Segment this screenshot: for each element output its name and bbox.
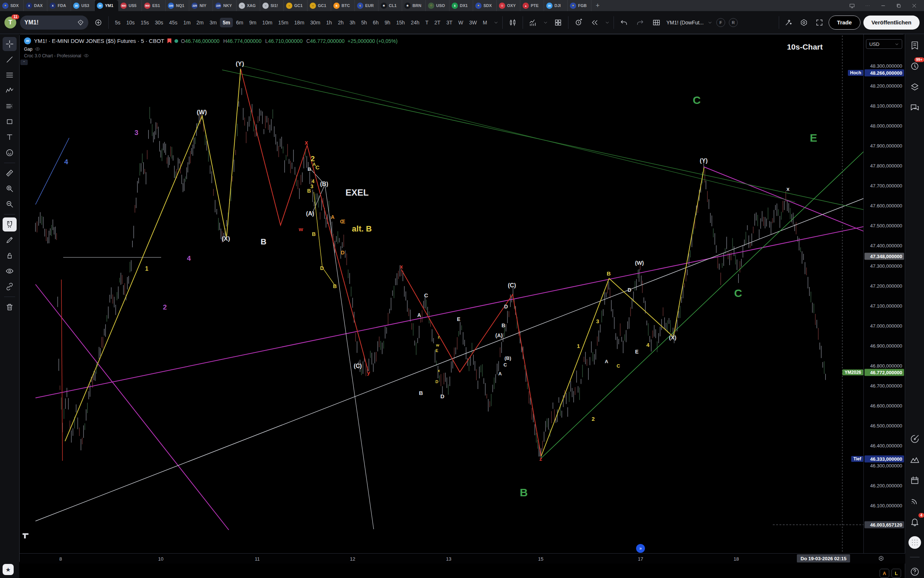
multichart-grid-icon[interactable] xyxy=(650,16,663,29)
more-menu-icon[interactable] xyxy=(861,1,874,10)
sidebar-alarm-clock[interactable]: 99+ xyxy=(908,60,921,73)
sidebar-apps[interactable] xyxy=(908,536,921,549)
tool-zoom-in[interactable] xyxy=(3,182,17,196)
symbol-tab-eur[interactable]: €EUR xyxy=(355,0,379,11)
interval-9m[interactable]: 9m xyxy=(246,18,259,28)
flag-icon[interactable] xyxy=(167,39,172,44)
interval-W[interactable]: W xyxy=(456,18,466,28)
tradingview-logo[interactable] xyxy=(23,533,29,538)
sidebar-layers[interactable] xyxy=(908,81,921,93)
undo-icon[interactable] xyxy=(618,16,630,29)
interval-6h[interactable]: 6h xyxy=(371,18,382,28)
sidebar-help[interactable] xyxy=(908,565,921,578)
restore-icon[interactable] xyxy=(892,1,905,10)
interval-2m[interactable]: 2m xyxy=(194,18,206,28)
interval-10m[interactable]: 10m xyxy=(260,18,275,28)
symbol-tab-pte[interactable]: ▲PTE xyxy=(520,0,544,11)
tool-eye[interactable] xyxy=(3,264,17,278)
symbol-tab-ym1[interactable]: 30YM1 xyxy=(95,0,118,11)
time-axis[interactable]: 810111213151718 Do 19-03-2026 02:15 xyxy=(19,553,905,563)
axis-settings-icon[interactable] xyxy=(878,555,884,562)
favorites-button[interactable]: ★ xyxy=(3,564,14,575)
sidebar-signal[interactable] xyxy=(908,495,921,507)
interval-2T[interactable]: 2T xyxy=(432,18,443,28)
tool-edit-pencil[interactable] xyxy=(3,233,17,247)
interval-3m[interactable]: 3m xyxy=(207,18,219,28)
symbol-tab-nky[interactable]: 225NKY xyxy=(213,0,236,11)
symbol-search-input[interactable]: YM1! xyxy=(20,16,88,29)
interval-5h[interactable]: 5h xyxy=(359,18,370,28)
interval-30s[interactable]: 30s xyxy=(152,18,166,28)
interval-T[interactable]: T xyxy=(423,18,431,28)
tool-magnet[interactable] xyxy=(3,218,17,232)
eye-icon[interactable] xyxy=(35,46,40,52)
tool-trash[interactable] xyxy=(3,300,17,314)
monitor-icon[interactable] xyxy=(846,1,858,10)
tool-fib-retracement[interactable] xyxy=(3,68,17,82)
interval-3W[interactable]: 3W xyxy=(466,18,479,28)
sidebar-radar[interactable] xyxy=(908,433,921,445)
currency-dropdown[interactable]: USD xyxy=(866,39,902,49)
indicator-row[interactable]: Croc 3.0 Chart - Professional xyxy=(24,53,89,58)
symbol-tab-gc1[interactable]: ≡GC1 xyxy=(284,0,307,11)
tool-crosshair[interactable] xyxy=(3,37,17,51)
interval-9h[interactable]: 9h xyxy=(382,18,393,28)
sidebar-calendar[interactable] xyxy=(908,474,921,487)
interval-24h[interactable]: 24h xyxy=(408,18,422,28)
price-axis[interactable]: USD 48.300,00000048.266,00000048.200,000… xyxy=(863,34,905,553)
settings-hexagon-icon[interactable] xyxy=(798,16,810,29)
avatar[interactable]: T 11 xyxy=(5,17,16,28)
symbol-tab-nq1[interactable]: 100NQ1 xyxy=(165,0,189,11)
symbol-tab-fda[interactable]: XFDA xyxy=(47,0,71,11)
interval-45s[interactable]: 45s xyxy=(167,18,180,28)
indicators-chevron-icon[interactable] xyxy=(543,16,548,29)
symbol-tab-brn[interactable]: ◉BRN xyxy=(402,0,426,11)
fullscreen-icon[interactable] xyxy=(813,16,826,29)
tool-prediction[interactable] xyxy=(3,99,17,113)
interval-15s[interactable]: 15s xyxy=(138,18,152,28)
chart-plot-area[interactable]: (W)34(Y)x2ACB43(B)BEXEL(A)AŒwalt. BBDB(X… xyxy=(19,34,863,553)
symbol-tab-dji[interactable]: 30DJI xyxy=(544,0,568,11)
compare-add-icon[interactable] xyxy=(92,16,105,29)
interval-15h[interactable]: 15h xyxy=(393,18,407,28)
interval-6m[interactable]: 6m xyxy=(234,18,246,28)
layout-chevron-icon[interactable] xyxy=(707,16,713,29)
interval-30m[interactable]: 30m xyxy=(307,18,323,28)
symbol-tab-sdx[interactable]: ★SDX xyxy=(473,0,497,11)
symbol-tab-cl1[interactable]: ◉CL1 xyxy=(379,0,402,11)
interval-15m[interactable]: 15m xyxy=(276,18,291,28)
bar-replay-icon[interactable] xyxy=(588,16,601,29)
interval-5m[interactable]: 5m xyxy=(220,18,233,28)
indicators-icon[interactable] xyxy=(527,16,539,29)
tool-trend-line[interactable] xyxy=(3,52,17,67)
symbol-tab-sdx[interactable]: ★SDX xyxy=(0,0,24,11)
symbol-tab-xag[interactable]: ≡XAG xyxy=(236,0,260,11)
interval-chevron-icon[interactable] xyxy=(494,16,498,29)
symbol-tab-si1![interactable]: ≡SI1! xyxy=(260,0,284,11)
tool-emoji[interactable] xyxy=(3,146,17,160)
symbol-tab-uso[interactable]: ⁘USO xyxy=(426,0,450,11)
interval-18m[interactable]: 18m xyxy=(291,18,307,28)
symbol-tab-niy[interactable]: 225NIY xyxy=(189,0,213,11)
interval-3h[interactable]: 3h xyxy=(347,18,358,28)
magic-wand-icon[interactable] xyxy=(782,16,795,29)
add-tab-button[interactable]: + xyxy=(591,0,604,11)
tool-text-tool[interactable] xyxy=(3,130,17,144)
minimize-icon[interactable] xyxy=(877,1,889,10)
symbol-tab-btc[interactable]: BBTC xyxy=(331,0,355,11)
sidebar-bell[interactable]: 4 xyxy=(908,516,921,528)
tool-lock[interactable] xyxy=(3,248,17,263)
symbol-tab-fgb[interactable]: ★FGB xyxy=(568,0,591,11)
tool-link[interactable] xyxy=(3,279,17,294)
interval-1m[interactable]: 1m xyxy=(181,18,193,28)
symbol-tab-us3[interactable]: 30US3 xyxy=(71,0,95,11)
chart-legend[interactable]: 30 YM1! · E-MINI DOW JONES ($5) Futures … xyxy=(24,37,398,44)
redo-icon[interactable] xyxy=(634,16,646,29)
fast-button-f[interactable]: F xyxy=(716,18,725,27)
tool-elliott-wave[interactable] xyxy=(3,84,17,97)
symbol-tab-dx1[interactable]: $DX1 xyxy=(450,0,473,11)
publish-button[interactable]: Veröffentlichen xyxy=(863,16,919,29)
interval-5s[interactable]: 5s xyxy=(112,18,123,28)
interval-3T[interactable]: 3T xyxy=(444,18,455,28)
tool-zoom-out[interactable] xyxy=(3,197,17,211)
